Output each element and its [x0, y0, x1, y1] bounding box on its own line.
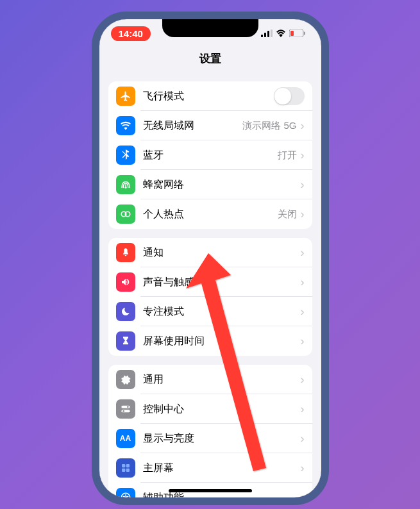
- settings-scroll[interactable]: 飞行模式 无线局域网 演示网络 5G › 蓝牙 打开 ›: [99, 72, 321, 501]
- row-homescreen[interactable]: 主屏幕 ›: [108, 453, 312, 483]
- row-cellular[interactable]: 蜂窝网络 ›: [108, 170, 312, 199]
- chevron-right-icon: ›: [301, 119, 305, 133]
- display-icon: AA: [116, 429, 135, 448]
- wifi-settings-icon: [116, 116, 135, 135]
- row-screentime[interactable]: 屏幕使用时间 ›: [108, 326, 312, 356]
- focus-icon: [116, 302, 135, 321]
- row-label: 通用: [143, 373, 301, 387]
- svg-rect-6: [304, 32, 305, 35]
- chevron-right-icon: ›: [301, 432, 305, 446]
- settings-group-connectivity: 飞行模式 无线局域网 演示网络 5G › 蓝牙 打开 ›: [108, 81, 312, 229]
- row-general[interactable]: 通用 ›: [108, 365, 312, 394]
- svg-point-11: [127, 406, 129, 408]
- chevron-right-icon: ›: [301, 403, 305, 416]
- hotspot-icon: [116, 204, 135, 224]
- row-wifi[interactable]: 无线局域网 演示网络 5G ›: [108, 111, 312, 140]
- chevron-right-icon: ›: [301, 335, 305, 348]
- phone-frame: 14:40 设置 飞行模式 无线局域网 演示网络 5G ›: [92, 12, 329, 505]
- row-label: 蓝牙: [143, 149, 278, 162]
- cellular-signal-icon: [261, 29, 273, 37]
- svg-rect-16: [122, 469, 125, 472]
- chevron-right-icon: ›: [301, 149, 305, 162]
- airplane-toggle[interactable]: [274, 87, 305, 105]
- row-focus[interactable]: 专注模式 ›: [108, 297, 312, 326]
- chevron-right-icon: ›: [301, 208, 305, 221]
- row-value: 打开: [278, 149, 297, 162]
- chevron-right-icon: ›: [301, 276, 305, 289]
- svg-point-13: [122, 410, 124, 412]
- row-label: 个人热点: [143, 208, 278, 221]
- svg-rect-10: [121, 406, 130, 408]
- svg-point-19: [124, 494, 126, 496]
- row-sounds[interactable]: 声音与触感 ›: [108, 267, 312, 297]
- row-label: 专注模式: [143, 305, 301, 319]
- chevron-right-icon: ›: [301, 305, 305, 319]
- notch: [162, 19, 258, 37]
- row-label: 主屏幕: [143, 462, 301, 475]
- row-label: 屏幕使用时间: [143, 335, 301, 348]
- sounds-icon: [116, 272, 135, 292]
- chevron-right-icon: ›: [301, 373, 305, 387]
- airplane-icon: [116, 87, 135, 106]
- row-airplane-mode[interactable]: 飞行模式: [108, 81, 312, 111]
- svg-rect-12: [121, 410, 130, 412]
- wifi-icon: [276, 29, 286, 37]
- svg-rect-15: [126, 464, 129, 467]
- status-time: 14:40: [111, 26, 151, 41]
- cellular-icon: [116, 175, 135, 194]
- row-value: 关闭: [278, 208, 297, 221]
- row-value: 演示网络 5G: [242, 120, 296, 132]
- screentime-icon: [116, 331, 135, 351]
- row-hotspot[interactable]: 个人热点 关闭 ›: [108, 199, 312, 229]
- svg-rect-1: [264, 33, 266, 37]
- svg-point-7: [124, 187, 126, 188]
- row-label: 飞行模式: [143, 90, 274, 103]
- chevron-right-icon: ›: [301, 462, 305, 475]
- chevron-right-icon: ›: [301, 246, 305, 260]
- homescreen-icon: [116, 458, 135, 478]
- page-title: 设置: [99, 47, 321, 72]
- settings-group-general: 通用 › 控制中心 › AA 显示与亮度 › 主屏幕 ›: [108, 365, 312, 501]
- row-label: 控制中心: [143, 403, 301, 416]
- chevron-right-icon: ›: [301, 178, 305, 192]
- svg-rect-0: [261, 35, 263, 37]
- control-center-icon: [116, 399, 135, 419]
- home-indicator[interactable]: [169, 489, 252, 492]
- svg-rect-14: [122, 464, 125, 467]
- svg-rect-17: [126, 469, 129, 472]
- row-notifications[interactable]: 通知 ›: [108, 238, 312, 267]
- row-label: 蜂窝网络: [143, 178, 301, 192]
- accessibility-icon: [116, 488, 135, 501]
- row-control-center[interactable]: 控制中心 ›: [108, 394, 312, 424]
- chevron-right-icon: ›: [301, 491, 305, 501]
- status-icons: [261, 29, 306, 37]
- row-bluetooth[interactable]: 蓝牙 打开 ›: [108, 140, 312, 170]
- settings-group-attention: 通知 › 声音与触感 › 专注模式 › 屏幕使: [108, 238, 312, 356]
- svg-rect-2: [267, 31, 269, 37]
- row-label: 声音与触感: [143, 276, 301, 289]
- row-label: 显示与亮度: [143, 432, 301, 446]
- row-label: 无线局域网: [143, 119, 243, 133]
- svg-rect-3: [271, 29, 273, 37]
- general-icon: [116, 370, 135, 389]
- bluetooth-icon: [116, 146, 135, 165]
- battery-icon: [289, 29, 306, 37]
- notifications-icon: [116, 243, 135, 262]
- row-label: 通知: [143, 246, 301, 260]
- svg-rect-5: [290, 31, 294, 36]
- row-display[interactable]: AA 显示与亮度 ›: [108, 424, 312, 453]
